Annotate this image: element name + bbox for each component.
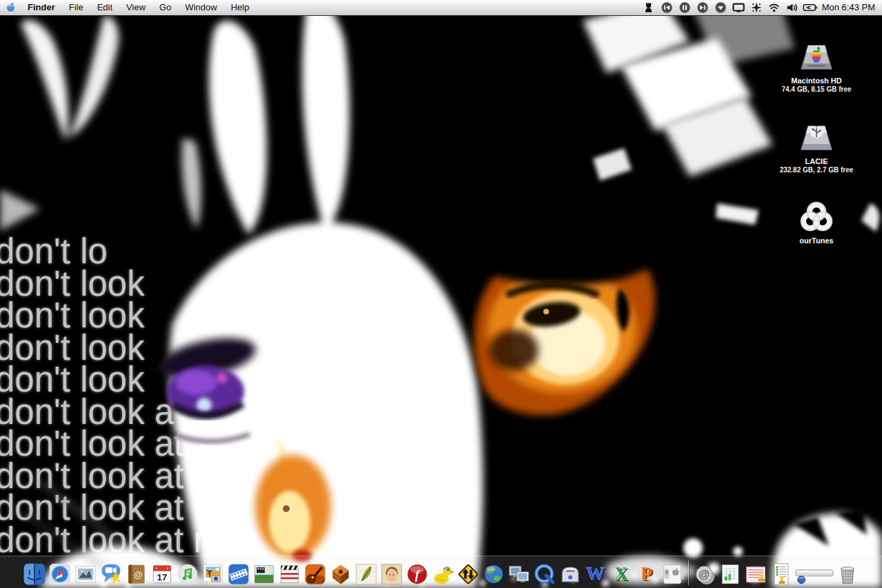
menu-bar: FinderFileEditViewGoWindowHelp Mon 6:43 …: [0, 0, 882, 16]
desktop-icon-label: Macintosh HD: [765, 77, 868, 85]
desktop-icon-sublabel: 232.82 GB, 2.7 GB free: [765, 166, 868, 174]
dock-item-powerpoint[interactable]: PP: [634, 562, 659, 587]
dock-item-itunes[interactable]: [175, 562, 200, 587]
wallpaper-text-line: don't look a: [0, 396, 223, 429]
dock-item-word[interactable]: WW: [583, 562, 608, 587]
desktop-icon-label: LACIE: [765, 157, 868, 165]
battery-plugged-icon[interactable]: [803, 0, 818, 15]
dock-item-ichat[interactable]: [99, 562, 123, 587]
svg-text:P: P: [641, 563, 652, 584]
dock-item-quicktime[interactable]: [532, 562, 557, 587]
quicksilver-sparkle-icon[interactable]: [749, 0, 764, 15]
menu-view[interactable]: View: [119, 0, 152, 15]
wallpaper-text-line: don't look at: [0, 492, 223, 525]
dock-item-photoshop[interactable]: [354, 562, 379, 587]
svg-text:W: W: [586, 563, 605, 584]
dock-item-iphoto[interactable]: [201, 562, 225, 587]
dock-item-computers[interactable]: [507, 562, 532, 587]
dock-item-garageband[interactable]: [303, 562, 328, 587]
wallpaper-text-line: don't lo: [0, 236, 223, 268]
svg-text:@: @: [134, 569, 143, 580]
next-track-icon[interactable]: [695, 0, 710, 15]
dock-item-addressbook[interactable]: @: [124, 562, 149, 587]
dock-item-moviescene[interactable]: [252, 562, 277, 587]
dock-item-sysprefs[interactable]: [660, 562, 685, 587]
dock: @17fWWXXPP@: [0, 554, 882, 588]
menu-edit[interactable]: Edit: [90, 0, 119, 15]
wallpaper-text-line: don't look: [0, 332, 223, 365]
svg-text:@: @: [699, 568, 710, 580]
wallpaper-text-line: don't look: [0, 300, 223, 332]
displays-icon[interactable]: [731, 0, 746, 15]
dock-item-roadsign[interactable]: [456, 562, 481, 587]
wallpaper-text-line: don't look at m: [0, 525, 223, 557]
dock-item-imovie[interactable]: [226, 562, 251, 587]
apple-menu-icon[interactable]: [0, 0, 21, 15]
desktop-icon-sublabel: 74.4 GB, 8.15 GB free: [765, 85, 868, 93]
volume-icon[interactable]: [785, 0, 800, 15]
dock-item-illustrator[interactable]: [379, 562, 404, 587]
player-menu-down-icon[interactable]: [713, 0, 728, 15]
wallpaper-text-line: don't look at: [0, 460, 223, 493]
dock-item-cyberduck[interactable]: [430, 562, 455, 587]
menu-status-items: [641, 0, 818, 15]
dock-items: @17fWWXXPP@: [0, 559, 882, 587]
airport-wifi-icon[interactable]: [767, 0, 782, 15]
dock-item-ical[interactable]: 17: [150, 562, 174, 587]
svg-text:17: 17: [157, 572, 167, 582]
desktop-icon-ourtunes[interactable]: ourTunes: [765, 200, 868, 245]
wallpaper-text: don't lodon't lookdon't lookdon't lookdo…: [0, 236, 223, 556]
dock-item-minwindow[interactable]: [794, 562, 834, 587]
dock-item-blender[interactable]: [328, 562, 353, 587]
desktop-icon-lacie[interactable]: LACIE232.82 GB, 2.7 GB free: [765, 121, 868, 174]
menu-clock[interactable]: Mon 6:43 PM: [818, 0, 882, 15]
dock-item-safari[interactable]: [48, 562, 72, 587]
dock-item-globe[interactable]: [481, 562, 506, 587]
dock-item-docgrid[interactable]: [718, 562, 743, 587]
menu-window[interactable]: Window: [178, 0, 223, 15]
menu-items: FinderFileEditViewGoWindowHelp: [21, 0, 256, 15]
wallpaper-text-line: don't look: [0, 268, 223, 301]
desktop-icon-label: ourTunes: [765, 236, 868, 245]
dock-item-clapper[interactable]: [277, 562, 302, 587]
previous-track-icon[interactable]: [659, 0, 674, 15]
desktop: don't lodon't lookdon't lookdon't lookdo…: [0, 0, 882, 588]
menu-go[interactable]: Go: [152, 0, 178, 15]
menu-file[interactable]: File: [62, 0, 90, 15]
wallpaper-text-line: don't look: [0, 364, 223, 396]
dock-item-atdisc[interactable]: @: [692, 562, 717, 587]
pause-icon[interactable]: [677, 0, 692, 15]
menu-help[interactable]: Help: [224, 0, 257, 15]
dock-item-flash[interactable]: f: [405, 562, 430, 587]
wallpaper-text-line: don't look at: [0, 428, 223, 460]
dock-item-docpink[interactable]: [743, 562, 768, 587]
dock-item-doclist[interactable]: [769, 562, 794, 587]
dock-item-trash[interactable]: [835, 562, 860, 587]
dock-item-finder[interactable]: [22, 562, 47, 587]
dock-item-excel[interactable]: XX: [609, 562, 634, 587]
desktop-icon-macintosh-hd[interactable]: Macintosh HD74.4 GB, 8.15 GB free: [765, 40, 868, 93]
menu-finder[interactable]: Finder: [21, 0, 62, 15]
dock-item-toast[interactable]: [558, 562, 583, 587]
dock-item-mail[interactable]: [73, 562, 98, 587]
svg-text:X: X: [614, 563, 628, 584]
wallpaper-art: [0, 0, 882, 588]
dock-separator: [685, 559, 692, 587]
black-figure-menu-icon[interactable]: [641, 0, 657, 15]
